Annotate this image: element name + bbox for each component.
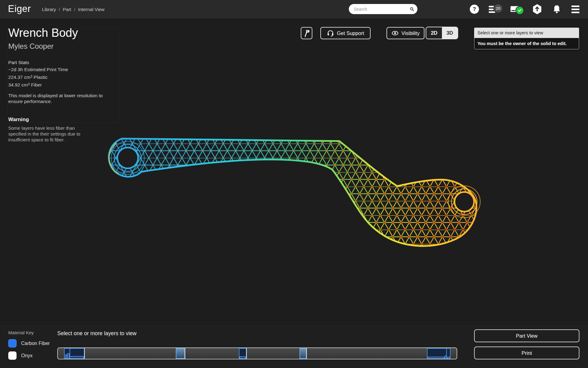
visibility-button[interactable]: Visibility [386, 27, 424, 39]
part-stats: Part Stats ~2d 3h Estimated Print Time 2… [8, 59, 115, 88]
upload-hexagon-icon [532, 4, 542, 15]
layer-range-segment[interactable] [427, 348, 450, 359]
layer-slider-heading: Select one or more layers to view [57, 330, 137, 337]
eiger-app-window: Eiger Library / Part / Internal View ? [0, 0, 588, 368]
visibility-label: Visibility [401, 30, 420, 36]
search-box [349, 4, 417, 14]
main-menu-button[interactable] [571, 6, 579, 13]
material-key: Material Key Carbon Fiber Onyx [8, 330, 50, 360]
help-button[interactable]: ? [470, 5, 479, 14]
eiger-logo[interactable]: Eiger [8, 3, 31, 14]
breadcrumb-internal-view[interactable]: Internal View [78, 7, 104, 12]
onyx-label: Onyx [21, 353, 32, 358]
breadcrumb-separator: / [59, 7, 60, 12]
layer-range-segment[interactable] [64, 348, 85, 359]
view-mode-toggle: 2D 3D [426, 27, 458, 39]
breadcrumb-separator: / [74, 7, 75, 12]
part-info-panel: Wrench Body Myles Cooper Part Stats ~2d … [8, 27, 115, 143]
top-nav-bar: Eiger Library / Part / Internal View ? [0, 0, 588, 18]
part-stats-heading: Part Stats [8, 59, 115, 66]
search-input[interactable] [353, 6, 410, 12]
top-icon-cluster: ? 20 [470, 0, 579, 18]
breadcrumb-part[interactable]: Part [63, 7, 71, 12]
plastic-volume: 224.37 cm3 Plastic [8, 73, 115, 81]
toggle-2d-button[interactable]: 2D [426, 27, 442, 39]
layers-banner: Select one or more layers to view You mu… [474, 28, 579, 49]
part-view-button[interactable]: Part View [474, 329, 579, 342]
resolution-note: This model is displayed at lower resolut… [8, 93, 111, 104]
breadcrumb-library[interactable]: Library [42, 7, 56, 12]
layer-range-segment[interactable] [239, 348, 247, 359]
bell-icon [552, 4, 562, 14]
headset-icon [327, 29, 334, 37]
layer-range-segment[interactable] [300, 348, 307, 359]
eye-icon [391, 29, 399, 37]
fork-icon [303, 29, 311, 38]
banner-owner-text: You must be the owner of the solid to ed… [474, 38, 579, 49]
layer-range-segment[interactable] [176, 348, 185, 359]
part-author: Myles Cooper [8, 42, 115, 51]
carbon-fiber-label: Carbon Fiber [21, 341, 50, 346]
get-support-button[interactable]: Get Support [320, 27, 371, 39]
warning-body: Some layers have less fiber than specifi… [8, 125, 84, 143]
get-support-label: Get Support [337, 30, 364, 36]
banner-select-layers-text: Select one or more layers to view [474, 28, 579, 38]
search-icon[interactable] [410, 6, 414, 13]
fiber-volume: 34.92 cm3 Fiber [8, 81, 115, 88]
upload-button[interactable] [532, 4, 542, 15]
print-button[interactable]: Print [474, 347, 579, 359]
toggle-3d-button[interactable]: 3D [442, 27, 458, 39]
print-queue-button[interactable]: 20 [489, 6, 497, 13]
layer-slider-track[interactable] [57, 347, 457, 359]
notifications-button[interactable] [552, 4, 562, 14]
queue-count-badge: 20 [493, 4, 503, 13]
version-fork-button[interactable] [301, 27, 312, 39]
help-icon: ? [470, 5, 479, 14]
breadcrumb: Library / Part / Internal View [42, 0, 104, 18]
material-key-row: Onyx [8, 351, 50, 360]
material-key-heading: Material Key [8, 330, 50, 335]
warning-heading: Warning [8, 117, 115, 123]
material-key-row: Carbon Fiber [8, 339, 50, 347]
page-title: Wrench Body [8, 27, 115, 39]
estimated-print-time: ~2d 3h Estimated Print Time [8, 66, 115, 73]
hamburger-menu-icon [571, 6, 579, 13]
printer-status-button[interactable] [510, 5, 520, 13]
onyx-swatch [8, 351, 17, 360]
carbon-fiber-swatch [8, 339, 17, 347]
printer-ok-icon [515, 6, 524, 15]
